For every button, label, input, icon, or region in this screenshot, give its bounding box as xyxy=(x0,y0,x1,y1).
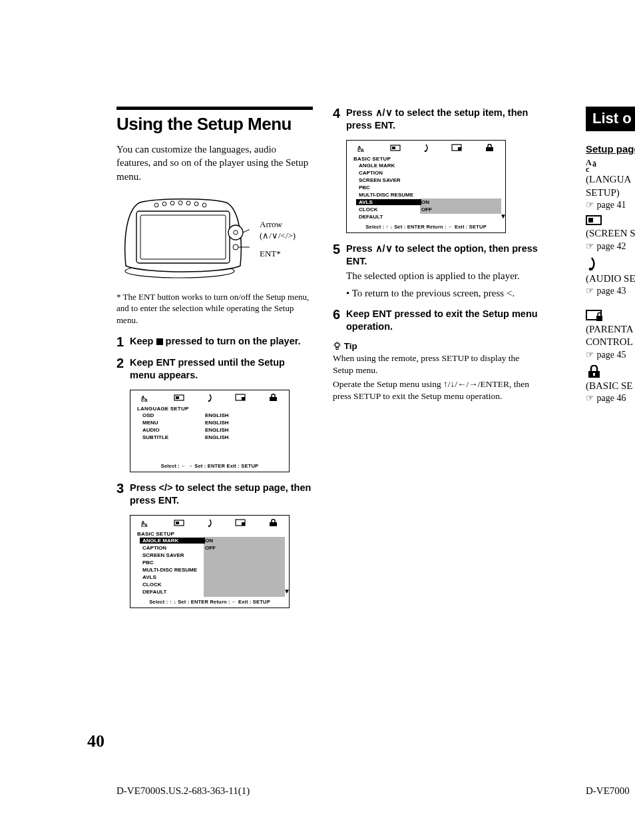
callout-arrow-sub: (∧/∨/</>) xyxy=(260,230,296,242)
osd-row-value: ENGLISH xyxy=(205,434,229,440)
parental-icon xyxy=(235,394,246,402)
screen-icon xyxy=(174,520,184,526)
osd-row-label: SCREEN SAVER xyxy=(356,177,421,183)
step-number: 1 xyxy=(116,335,130,348)
scroll-down-indicator-icon: ▼ xyxy=(284,588,290,595)
osd-row-label: DEFAULT xyxy=(356,214,421,220)
footer-left: D-VE7000S.US.2-683-363-11(1) xyxy=(116,785,250,797)
osd-row-value: OFF xyxy=(205,545,216,551)
osd-row-label: CAPTION xyxy=(356,170,421,176)
audio-icon xyxy=(206,518,214,528)
osd-tabs: Aäç xyxy=(347,141,505,155)
setup-page-header: Setup page xyxy=(586,143,635,155)
audio-setup-icon xyxy=(586,256,598,271)
item-label: (PARENTA xyxy=(586,323,635,336)
screen-icon xyxy=(174,394,184,401)
basic-setup-icon xyxy=(586,365,602,378)
step-label: Press ∧/∨ to select the option, then pre… xyxy=(346,242,539,300)
osd-footer: Select : ← → Set : ENTER Exit : SETUP xyxy=(130,461,289,472)
svg-line-13 xyxy=(243,226,250,232)
svg-point-11 xyxy=(234,230,238,234)
svg-rect-19 xyxy=(176,396,179,399)
scroll-down-indicator-icon: ▼ xyxy=(500,212,507,220)
osd-screenshot-basic-avls: Aäç BASIC SETUP ANGLE MARK CAPTION SCREE… xyxy=(346,140,506,233)
svg-rect-53 xyxy=(588,218,593,222)
parental-control-icon xyxy=(586,310,603,322)
osd-tabs: Aäç xyxy=(130,516,289,530)
osd-row-label: ANGLE MARK xyxy=(356,163,421,169)
step-label: Keep ENT pressed to exit the Setup menu … xyxy=(346,308,539,333)
osd-row-value: ENGLISH xyxy=(205,420,229,426)
svg-rect-56 xyxy=(596,316,602,321)
osd-row-label: CLOCK xyxy=(140,582,205,588)
svg-line-47 xyxy=(339,343,340,344)
screen-icon xyxy=(390,145,401,151)
osd-row-label: CLOCK xyxy=(356,207,421,212)
osd-row-value: ON xyxy=(421,199,429,205)
section-heading: Using the Setup Menu xyxy=(116,114,313,135)
osd-title: BASIC SETUP xyxy=(130,530,289,537)
svg-point-29 xyxy=(208,525,210,527)
setup-page-item: (BASIC SE ☞ page 46 xyxy=(586,365,635,405)
basic-icon xyxy=(268,394,278,402)
step-label: Press ∧/∨ to select the setup item, then… xyxy=(346,107,539,132)
page-reference: ☞ page 41 xyxy=(586,199,635,211)
svg-text:ç: ç xyxy=(141,522,144,527)
osd-row-value: OFF xyxy=(421,207,432,212)
step-number: 3 xyxy=(116,482,130,507)
osd-row-label: SCREEN SAVER xyxy=(140,552,205,558)
language-icon: Aäç xyxy=(141,394,152,402)
svg-rect-40 xyxy=(458,147,461,151)
svg-point-20 xyxy=(208,400,210,402)
setup-page-item: (SCREEN S ☞ page 42 xyxy=(586,215,635,252)
step-label: Keep ENT pressed until the Setup menu ap… xyxy=(130,356,313,382)
osd-row-label: PBC xyxy=(140,560,205,566)
svg-text:ä: ä xyxy=(144,397,148,402)
svg-text:ä: ä xyxy=(361,147,364,152)
audio-icon xyxy=(422,143,430,153)
svg-rect-37 xyxy=(392,147,395,149)
osd-row-value: ENGLISH xyxy=(205,427,229,433)
svg-rect-48 xyxy=(336,348,338,350)
svg-rect-2 xyxy=(140,215,226,259)
osd-screenshot-basic: Aäç BASIC SETUP ANGLE MARKON CAPTIONOFF … xyxy=(130,515,290,608)
language-icon: Aäç xyxy=(141,519,152,527)
svg-text:ç: ç xyxy=(586,165,590,172)
osd-screenshot-language: Aäç LANGUAGE SETUP OSDENGLISH MENUENGLIS… xyxy=(130,390,290,472)
basic-icon xyxy=(484,144,495,152)
item-label: SETUP) xyxy=(586,187,635,200)
intro-text: You can customize the languages, audio f… xyxy=(116,143,313,183)
language-setup-icon: Aäç xyxy=(586,159,600,172)
parental-icon xyxy=(451,144,462,152)
footnote-text: * The ENT button works to turn on/off th… xyxy=(116,291,313,326)
svg-text:ä: ä xyxy=(144,522,148,527)
section-rule xyxy=(116,107,313,110)
osd-footer: Select : ↑ ↓ Set : ENTER Return : ← Exit… xyxy=(130,597,289,608)
tip-heading: Tip xyxy=(333,341,539,351)
osd-row-label: AVLS xyxy=(140,574,205,580)
svg-rect-23 xyxy=(270,397,277,401)
callout-arrow-label: Arrow xyxy=(260,219,296,230)
osd-row-value: ON xyxy=(205,538,213,544)
tip-title-text: Tip xyxy=(344,341,357,351)
device-diagram: Arrow (∧/∨/</>) ENT* xyxy=(116,193,313,286)
tip-body-text: When using the remote, press SETUP to di… xyxy=(333,352,539,376)
osd-row-label: MENU xyxy=(140,420,205,426)
parental-icon xyxy=(235,519,246,527)
page-reference: ☞ page 43 xyxy=(586,285,635,297)
item-label: (BASIC SE xyxy=(586,380,635,393)
item-label: (LANGUA xyxy=(586,173,635,187)
setup-page-item: (AUDIO SE ☞ page 43 xyxy=(586,256,635,298)
svg-point-38 xyxy=(425,150,427,152)
svg-rect-32 xyxy=(270,522,277,526)
svg-text:ä: ä xyxy=(592,159,596,169)
audio-icon xyxy=(206,393,214,402)
tip-icon xyxy=(333,342,341,350)
step-number: 5 xyxy=(333,242,346,300)
step-number: 6 xyxy=(333,308,346,333)
page-reference: ☞ page 45 xyxy=(586,349,635,361)
step-number: 4 xyxy=(333,107,346,132)
osd-row-label: DEFAULT xyxy=(140,589,205,595)
osd-row-label: PBC xyxy=(356,185,421,191)
osd-title: BASIC SETUP xyxy=(347,155,505,162)
